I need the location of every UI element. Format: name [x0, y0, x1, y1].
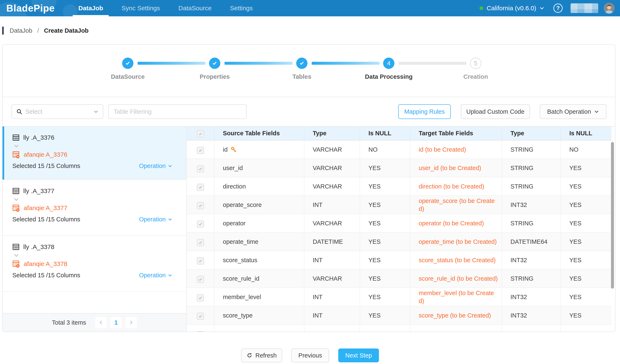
check-icon	[126, 61, 129, 65]
chevron-down-icon	[93, 109, 99, 114]
step-connector	[399, 62, 466, 65]
refresh-icon	[247, 352, 252, 358]
row-checkbox[interactable]	[197, 276, 204, 283]
upload-custom-code-button[interactable]: Upload Custom Code	[461, 104, 530, 119]
batch-operation-button[interactable]: Batch Operation	[540, 104, 606, 119]
row-checkbox[interactable]	[197, 184, 204, 191]
row-checkbox[interactable]	[197, 147, 204, 154]
step-connector	[312, 62, 380, 65]
row-checkbox[interactable]	[197, 313, 204, 320]
selected-columns-text: Selected 15 /15 Columns	[12, 272, 80, 279]
row-checkbox[interactable]	[197, 258, 204, 265]
status-dot	[480, 6, 483, 10]
table-row: operator VARCHAR YES operator (to be Cre…	[187, 214, 611, 232]
avatar[interactable]	[604, 3, 615, 14]
target-field-nullable: YES	[569, 294, 581, 300]
source-table-icon	[12, 187, 19, 195]
check-icon	[213, 61, 216, 65]
nav-tab-settings[interactable]: Settings	[230, 0, 253, 16]
expand-chevron-icon[interactable]	[13, 253, 19, 258]
col-source-is-null: Is NULL	[360, 126, 410, 140]
row-checkbox[interactable]	[197, 239, 204, 246]
table-pair-card[interactable]: lly .A_3378 afanqie A_3378 Selected 15 /…	[2, 236, 186, 292]
operation-link[interactable]: Operation	[139, 216, 172, 223]
target-table-name: afanqie A_3376	[24, 151, 67, 158]
table-pair-card[interactable]: lly .A_3376 afanqie A_3376 Selected 15 /…	[2, 126, 186, 180]
row-checkbox[interactable]	[197, 331, 204, 332]
field-mapping-table-area: Source Table Fields Type Is NULL Target …	[187, 126, 615, 332]
chevron-down-icon[interactable]	[539, 5, 545, 11]
operation-link[interactable]: Operation	[139, 272, 172, 279]
step-connector	[225, 62, 293, 65]
source-field-type: VARCHAR	[313, 183, 342, 190]
pagination: Total 3 items 1	[2, 313, 186, 332]
target-field-nullable: YES	[569, 275, 581, 282]
col-target-is-null: Is NULL	[561, 126, 611, 140]
row-checkbox[interactable]	[197, 221, 204, 228]
target-field-nullable: YES	[569, 238, 581, 245]
target-table-name: afanqie A_3378	[24, 260, 67, 267]
target-field-type: DATETIME64	[511, 238, 547, 245]
prev-page-button[interactable]	[95, 317, 107, 328]
target-field-nullable: YES	[569, 312, 581, 319]
next-page-button[interactable]	[125, 317, 137, 328]
select-placeholder: Select	[25, 108, 93, 115]
target-field-nullable: YES	[569, 165, 581, 171]
target-table-create-icon	[12, 151, 20, 158]
mapping-rules-button[interactable]: Mapping Rules	[398, 104, 451, 119]
table-row: score_status INT YES score_status (to be…	[187, 251, 611, 269]
source-field-nullable: YES	[369, 201, 381, 208]
target-table-name: afanqie A_3377	[24, 204, 67, 212]
vertical-scrollbar-thumb[interactable]	[611, 142, 614, 288]
table-pair-card[interactable]: lly .A_3377 afanqie A_3377 Selected 15 /…	[2, 180, 186, 236]
table-row: id VARCHAR NO id (to be Created) STRING …	[187, 140, 611, 159]
region-version-selector[interactable]: California (v0.6.0)	[487, 5, 536, 12]
table-filter-input[interactable]	[108, 104, 247, 119]
source-field-name: score_type	[223, 311, 253, 319]
breadcrumb-accent-bar	[2, 27, 4, 35]
source-table-icon	[12, 134, 19, 141]
row-checkbox[interactable]	[197, 165, 204, 172]
source-table-icon	[12, 243, 19, 250]
row-checkbox[interactable]	[197, 294, 204, 301]
refresh-button[interactable]: Refresh	[241, 349, 282, 362]
source-field-type: INT	[313, 312, 323, 319]
expand-chevron-icon[interactable]	[13, 197, 19, 202]
table-pair-list: lly .A_3376 afanqie A_3376 Selected 15 /…	[2, 126, 187, 332]
page-1-button[interactable]: 1	[110, 317, 122, 328]
breadcrumb-separator: /	[37, 27, 39, 34]
source-field-type: DATETIME	[313, 238, 343, 245]
main-nav: DataJob Sync Settings DataSource Setting…	[78, 0, 253, 16]
chevron-down-icon	[168, 217, 172, 222]
source-field-name: score_status	[223, 256, 257, 264]
help-icon[interactable]: ?	[553, 3, 563, 13]
source-field-nullable: YES	[369, 312, 381, 319]
mapping-content: lly .A_3376 afanqie A_3376 Selected 15 /…	[2, 126, 615, 332]
target-field-name: score_rule_id (to be Created)	[419, 275, 498, 282]
operation-link[interactable]: Operation	[139, 163, 172, 169]
target-field-nullable: NO	[569, 146, 578, 153]
row-checkbox[interactable]	[197, 202, 204, 209]
nav-tab-datajob[interactable]: DataJob	[78, 0, 103, 16]
schema-select[interactable]: Select	[12, 104, 103, 119]
source-field-type: INT	[313, 257, 323, 263]
nav-tab-sync-settings[interactable]: Sync Settings	[122, 0, 160, 16]
table-row: operate_score INT YES operate_score (to …	[187, 196, 611, 214]
source-field-name: operate_score	[223, 201, 262, 209]
next-step-button[interactable]: Next Step	[338, 349, 379, 362]
select-all-checkbox[interactable]	[197, 130, 204, 137]
table-row-partial	[187, 325, 611, 332]
breadcrumb-datajob[interactable]: DataJob	[10, 27, 32, 34]
nav-tab-datasource[interactable]: DataSource	[178, 0, 212, 16]
step-datasource-circle	[122, 58, 133, 69]
source-field-name: score_rule_id	[223, 274, 259, 283]
previous-button[interactable]: Previous	[291, 349, 329, 362]
table-row: direction VARCHAR YES direction (to be C…	[187, 177, 611, 196]
total-items-text: Total 3 items	[52, 319, 86, 326]
create-datajob-panel: 4 5 DataSource Properties Tables Data Pr…	[2, 45, 615, 332]
source-field-nullable: YES	[369, 220, 381, 227]
source-field-type: VARCHAR	[313, 165, 342, 171]
field-mapping-table: Source Table Fields Type Is NULL Target …	[187, 126, 611, 332]
top-navbar: BladePipe DataJob Sync Settings DataSour…	[0, 0, 620, 16]
expand-chevron-icon[interactable]	[13, 144, 19, 148]
